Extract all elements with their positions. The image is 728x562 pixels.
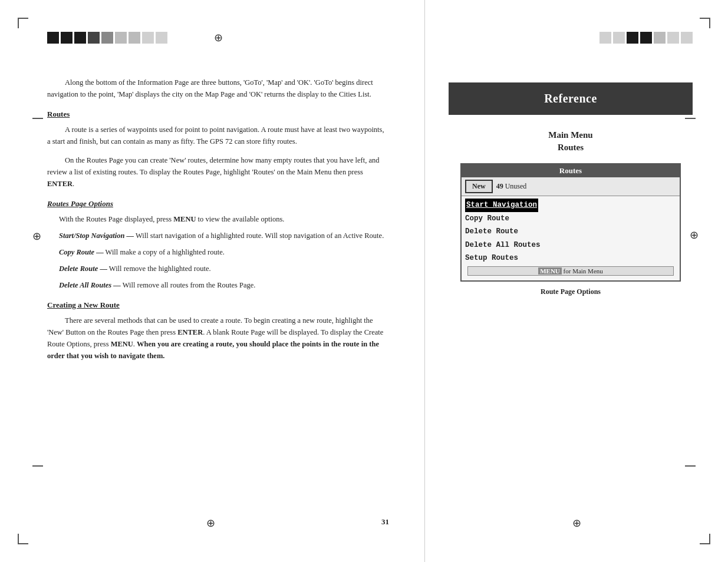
rsq-6	[667, 32, 679, 44]
left-crosshair-header: ⊕	[214, 31, 223, 44]
rsq-5	[654, 32, 666, 44]
routes-para-2: On the Routes Page you can create 'New' …	[47, 154, 389, 190]
routes-menu-footer: MENU for Main Menu	[467, 266, 674, 276]
left-page: ⊕ ⊕ ⊕ Along the bottom of the Informatio…	[0, 0, 424, 562]
creating-new-route-heading: Creating a New Route	[47, 300, 389, 310]
delete-all-label: Delete All Routes	[465, 241, 541, 249]
copy-route-label: Copy Route	[465, 214, 509, 223]
option-delete-route: Delete Route — Will remove the highlight…	[59, 263, 389, 275]
routes-new-button[interactable]: New	[465, 180, 493, 193]
sq-3	[74, 32, 86, 44]
delete-route-label: Delete Route	[465, 227, 518, 236]
left-main-content: Along the bottom of the Information Page…	[47, 77, 389, 362]
corner-top-left	[18, 18, 28, 28]
sq-1	[47, 32, 59, 44]
routes-menu-delete-all: Delete All Routes	[465, 239, 676, 252]
main-menu-routes-heading: Main MenuRoutes	[449, 129, 693, 154]
routes-menu-items: Start Navigation Copy Route Delete Route…	[462, 196, 680, 280]
corner-bottom-right	[700, 534, 710, 544]
header-squares-left	[47, 31, 167, 44]
left-side-crosshair: ⊕	[32, 230, 41, 243]
sq-7	[129, 32, 140, 44]
footer-text: for Main Menu	[564, 267, 603, 275]
corner-top-right	[700, 18, 710, 28]
left-bottom-crosshair: ⊕	[206, 517, 215, 530]
right-bottom-crosshair: ⊕	[572, 517, 581, 530]
routes-page-options-intro: With the Routes Page displayed, press ME…	[59, 213, 389, 225]
corner-bottom-left	[18, 534, 28, 544]
routes-page-options-heading: Routes Page Options	[47, 199, 389, 209]
right-dash-bottom	[685, 465, 696, 467]
page-container: ⊕ ⊕ ⊕ Along the bottom of the Informatio…	[0, 0, 728, 562]
left-dash-bottom	[32, 465, 43, 467]
rsq-7	[681, 32, 693, 44]
right-header-bar	[449, 29, 693, 46]
sq-5	[101, 32, 113, 44]
option-delete-all: Delete All Routes — Will remove all rout…	[59, 279, 389, 291]
routes-menu-setup: Setup Routes	[465, 252, 676, 265]
page-number: 31	[381, 517, 389, 527]
header-squares-right	[599, 31, 693, 44]
routes-ui-box: Routes New 49 Unused Start Navigation Co…	[460, 163, 681, 282]
sq-2	[61, 32, 73, 44]
start-nav-label: Start Navigation	[465, 199, 538, 212]
routes-ui-title: Routes	[462, 164, 680, 177]
left-header-bar: ⊕	[47, 29, 389, 46]
route-page-options-caption: Route Page Options	[449, 287, 693, 296]
routes-heading: Routes	[47, 110, 389, 119]
routes-menu-start-nav: Start Navigation	[465, 199, 676, 212]
rsq-4	[640, 32, 652, 44]
option-start-stop: Start/Stop Navigation — Will start navig…	[59, 230, 389, 242]
left-dash-top	[32, 118, 43, 119]
rsq-3	[627, 32, 638, 44]
rsq-1	[599, 32, 611, 44]
rsq-2	[613, 32, 625, 44]
option-copy-route: Copy Route — Will make a copy of a highl…	[59, 246, 389, 258]
right-dash-top	[685, 118, 696, 119]
routes-heading-title: Main MenuRoutes	[449, 129, 693, 154]
routes-para-1: A route is a series of waypoints used fo…	[47, 124, 389, 147]
setup-routes-label: Setup Routes	[465, 254, 518, 262]
sq-6	[115, 32, 127, 44]
routes-ui-header: New 49 Unused	[462, 177, 680, 196]
right-page: ⊕ ⊕ Reference Main MenuRoutes Routes	[424, 0, 728, 562]
right-side-crosshair: ⊕	[690, 229, 699, 242]
creating-para: There are several methods that can be us…	[47, 315, 389, 362]
menu-key: MENU	[538, 267, 562, 275]
sq-8	[142, 32, 154, 44]
routes-unused-count: 49 Unused	[496, 182, 527, 191]
intro-paragraph: Along the bottom of the Information Page…	[47, 77, 389, 100]
routes-menu-copy: Copy Route	[465, 212, 676, 226]
routes-menu-delete: Delete Route	[465, 225, 676, 239]
sq-9	[156, 32, 167, 44]
reference-banner: Reference	[449, 82, 693, 115]
sq-4	[88, 32, 100, 44]
reference-title: Reference	[460, 92, 681, 105]
